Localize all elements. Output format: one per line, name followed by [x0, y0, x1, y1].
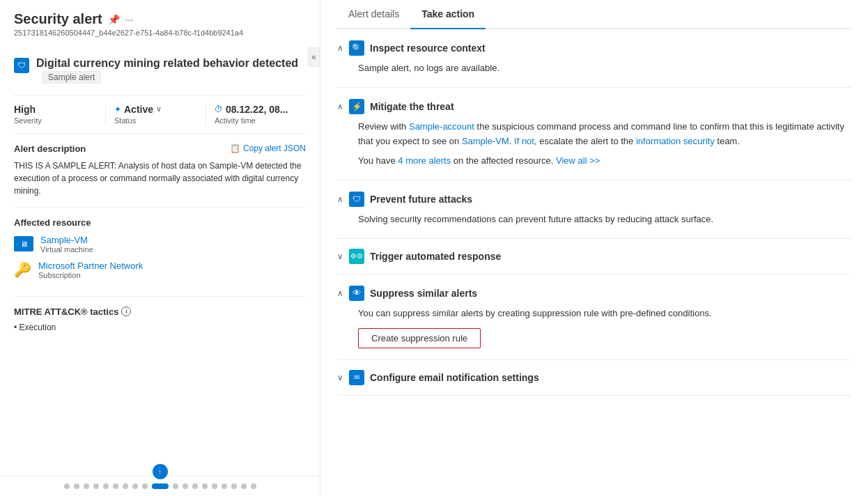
inspect-chevron: ∧: [337, 43, 343, 53]
configure-header[interactable]: ∨ ✉ Configure email notification setting…: [337, 360, 851, 395]
prevent-icon: 🛡: [349, 192, 364, 207]
pin-icon[interactable]: 📌: [108, 14, 120, 25]
mitigate-body: Review with Sample-account the suspiciou…: [337, 120, 851, 169]
dot-9: [142, 483, 148, 489]
tactic-item: • Execution: [14, 323, 306, 332]
inspect-title: Inspect resource context: [370, 42, 486, 54]
vm-name[interactable]: Sample-VM: [40, 235, 93, 245]
dot-5: [103, 483, 109, 489]
info-icon[interactable]: i: [121, 307, 131, 316]
alert-card: 🛡 Digital currency mining related behavi…: [14, 45, 306, 95]
status-dropdown[interactable]: ∨: [156, 104, 162, 114]
dot-17: [231, 483, 237, 489]
dot-12: [183, 483, 188, 489]
progress-dots: ↑: [0, 476, 320, 496]
mitigate-icon: ⚡: [349, 99, 364, 114]
shield-icon: 🛡: [14, 58, 29, 73]
suppress-body: You can suppress similar alerts by creat…: [337, 307, 851, 348]
page-subtitle: 2517318146260504447_b44e2627-e751-4a84-b…: [14, 29, 306, 37]
security-team-link[interactable]: information security: [636, 136, 715, 146]
sample-account-link[interactable]: Sample-account: [409, 121, 474, 132]
configure-title: Configure email notification settings: [370, 372, 539, 383]
subscription-resource-item: 🔑 Microsoft Partner Network Subscription: [14, 261, 306, 279]
suppress-section: ∧ 👁 Suppress similar alerts You can supp…: [337, 274, 851, 360]
prevent-header[interactable]: ∧ 🛡 Prevent future attacks: [337, 192, 851, 207]
dot-15: [212, 483, 217, 489]
dot-19: [251, 483, 256, 489]
prevent-body: Solving security recommendations can pre…: [337, 212, 851, 227]
right-panel: Alert details Take action ∧ 🔍 Inspect re…: [320, 0, 868, 496]
copy-json-link[interactable]: 📋 Copy alert JSON: [230, 144, 306, 153]
configure-icon: ✉: [349, 370, 364, 385]
mitigate-text-1: Review with Sample-account the suspiciou…: [358, 120, 851, 149]
tab-take-action[interactable]: Take action: [410, 0, 486, 29]
create-suppression-rule-button[interactable]: Create suppression rule: [358, 328, 481, 348]
dot-8: [132, 483, 138, 489]
severity-item: High Severity: [14, 104, 106, 125]
header-section: Security alert 📌 ··· 2517318146260504447…: [14, 11, 306, 37]
dot-16: [222, 483, 227, 489]
key-icon: 🔑: [14, 261, 31, 278]
status-item: ✦ Active ∨ Status: [106, 104, 206, 125]
trigger-title: Trigger automated response: [370, 251, 501, 262]
copy-json-label: Copy alert JSON: [243, 144, 306, 153]
description-section: Alert description 📋 Copy alert JSON THIS…: [14, 134, 306, 208]
time-icon: ⏱: [215, 104, 223, 114]
active-dot-indicator: ↑: [153, 464, 168, 479]
prevent-title: Prevent future attacks: [370, 194, 472, 205]
status-icon: ✦: [114, 104, 121, 114]
description-text: THIS IS A SAMPLE ALERT: Analysis of host…: [14, 160, 306, 197]
mitre-section: MITRE ATT&CK® tactics i • Execution: [14, 297, 306, 345]
configure-section: ∨ ✉ Configure email notification setting…: [337, 360, 851, 396]
trigger-chevron: ∨: [337, 251, 343, 261]
vm-resource-item: 🖥 Sample-VM Virtual machine: [14, 235, 306, 254]
if-not-link[interactable]: If not: [514, 136, 534, 146]
meta-row: High Severity ✦ Active ∨ Status ⏱ 08.12.…: [14, 95, 306, 134]
more-alerts-link[interactable]: 4 more alerts: [398, 155, 451, 166]
sample-vm-link[interactable]: Sample-VM: [462, 136, 509, 146]
suppress-header[interactable]: ∧ 👁 Suppress similar alerts: [337, 286, 851, 301]
inspect-text: Sample alert, no logs are available.: [358, 61, 851, 76]
dot-3: [84, 483, 89, 489]
status-label: Status: [114, 116, 197, 125]
subscription-type: Subscription: [38, 271, 143, 279]
active-dot-wrapper: ↑: [152, 483, 169, 489]
prevent-chevron: ∧: [337, 194, 343, 204]
configure-chevron: ∨: [337, 373, 343, 382]
dot-active: [152, 483, 169, 489]
tab-alert-details[interactable]: Alert details: [337, 0, 410, 29]
suppress-icon: 👁: [349, 286, 364, 301]
suppress-chevron: ∧: [337, 288, 343, 298]
dot-11: [173, 483, 178, 489]
mitre-title-text: MITRE ATT&CK® tactics: [14, 307, 118, 317]
dot-6: [113, 483, 118, 489]
dot-13: [192, 483, 198, 489]
affected-resource-section: Affected resource 🖥 Sample-VM Virtual ma…: [14, 208, 306, 297]
vm-icon: 🖥: [14, 236, 33, 251]
collapse-panel-button[interactable]: «: [308, 47, 320, 67]
prevent-text: Solving security recommendations can pre…: [358, 212, 851, 227]
severity-label: Severity: [14, 116, 97, 125]
left-panel: Security alert 📌 ··· 2517318146260504447…: [0, 0, 320, 496]
copy-icon: 📋: [230, 144, 240, 153]
vm-type: Virtual machine: [40, 245, 93, 254]
mitigate-text-2: You have 4 more alerts on the affected r…: [358, 154, 851, 169]
subscription-name[interactable]: Microsoft Partner Network: [38, 261, 143, 271]
page-title: Security alert: [14, 11, 102, 27]
dot-18: [241, 483, 247, 489]
dot-7: [123, 483, 128, 489]
more-icon[interactable]: ···: [125, 14, 134, 25]
inspect-header[interactable]: ∧ 🔍 Inspect resource context: [337, 40, 851, 56]
dot-1: [64, 483, 70, 489]
dot-14: [202, 483, 208, 489]
mitigate-header[interactable]: ∧ ⚡ Mitigate the threat: [337, 99, 851, 114]
suppress-title: Suppress similar alerts: [370, 288, 477, 299]
inspect-body: Sample alert, no logs are available.: [337, 61, 851, 76]
dot-2: [74, 483, 79, 489]
trigger-section: ∨ ⚙⚙ Trigger automated response: [337, 239, 851, 274]
time-item: ⏱ 08.12.22, 08... Activity time: [206, 104, 306, 125]
severity-value: High: [14, 104, 97, 115]
trigger-header[interactable]: ∨ ⚙⚙ Trigger automated response: [337, 239, 851, 274]
view-all-link[interactable]: View all >>: [556, 155, 600, 166]
dot-4: [93, 483, 99, 489]
